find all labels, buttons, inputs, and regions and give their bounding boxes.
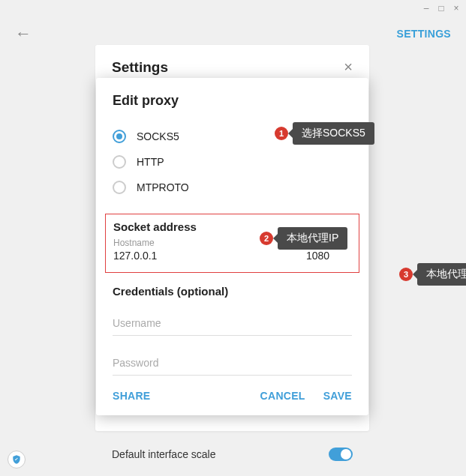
credentials-section-label: Credentials (optional) — [113, 285, 352, 298]
annotation-badge: 2 — [260, 232, 273, 245]
modal-button-row: SHARE CANCEL SAVE — [113, 390, 352, 402]
annotation-callout: 选择SOCKS5 — [293, 122, 374, 145]
username-input[interactable] — [113, 311, 352, 336]
annotation-callout: 本地代理默认端口 — [417, 263, 466, 286]
settings-link[interactable]: SETTINGS — [397, 28, 451, 40]
minimize-button[interactable]: – — [421, 3, 431, 13]
radio-mtproto[interactable]: MTPROTO — [113, 175, 352, 200]
save-button[interactable]: SAVE — [323, 390, 352, 402]
annotation-1: 1 选择SOCKS5 — [275, 122, 374, 145]
back-arrow-icon[interactable]: ← — [15, 24, 32, 43]
modal-title: Edit proxy — [113, 93, 352, 109]
radio-button-icon — [113, 181, 126, 194]
maximize-button[interactable]: □ — [436, 3, 446, 13]
close-window-button[interactable]: × — [451, 3, 461, 13]
cancel-button[interactable]: CANCEL — [260, 390, 305, 402]
hostname-value: 127.0.0.1 — [113, 250, 291, 265]
annotation-2: 2 本地代理IP — [260, 227, 347, 250]
shield-icon[interactable] — [8, 451, 26, 469]
radio-label: HTTP — [137, 156, 164, 168]
annotation-callout: 本地代理IP — [278, 227, 347, 250]
share-button[interactable]: SHARE — [113, 390, 151, 402]
toggle-label: Default interface scale — [112, 448, 216, 460]
radio-http[interactable]: HTTP — [113, 149, 352, 175]
annotation-3: 3 本地代理默认端口 — [399, 263, 466, 286]
radio-label: MTPROTO — [137, 181, 189, 193]
port-value: 1080 — [306, 250, 351, 265]
settings-title: Settings — [112, 59, 168, 76]
radio-label: SOCKS5 — [137, 130, 179, 142]
close-icon[interactable]: × — [344, 58, 353, 76]
interface-scale-toggle[interactable] — [329, 448, 353, 461]
annotation-badge: 1 — [275, 127, 288, 140]
radio-button-icon — [113, 155, 126, 169]
password-input[interactable] — [113, 351, 352, 376]
window-controls: – □ × — [421, 3, 461, 13]
radio-button-icon — [113, 130, 126, 143]
annotation-badge: 3 — [399, 268, 413, 281]
